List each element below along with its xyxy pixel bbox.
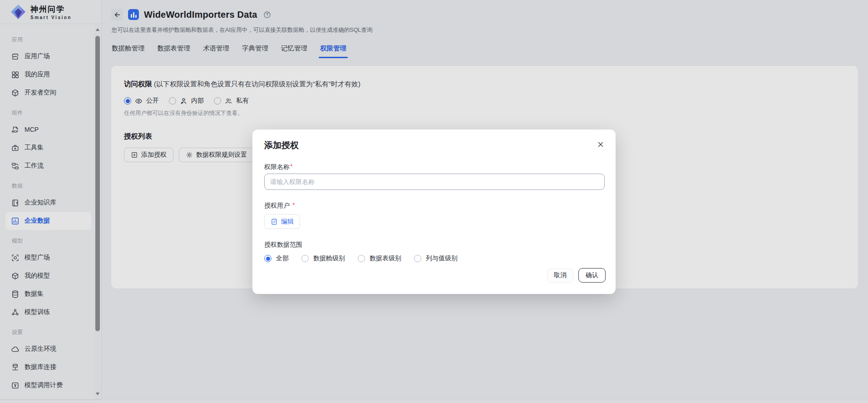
edit-document-icon <box>271 218 278 225</box>
edit-button-label: 编辑 <box>281 218 294 226</box>
modal-title: 添加授权 <box>264 139 604 151</box>
perm-name-label: 权限名称* <box>264 163 604 171</box>
close-button[interactable] <box>596 139 606 149</box>
close-icon <box>597 140 605 149</box>
radio-option-table-level[interactable]: 数据表级别 <box>358 254 401 263</box>
perm-name-input[interactable] <box>264 174 605 190</box>
scope-label: 授权数据范围 <box>264 241 604 249</box>
scope-radio-group: 全部 数据舱级别 数据表级别 列与值级别 <box>264 254 604 263</box>
grant-user-label: 授权用户* <box>264 202 604 210</box>
radio-table-level[interactable] <box>358 255 365 262</box>
radio-option-all[interactable]: 全部 <box>264 254 289 263</box>
radio-column-value-level[interactable] <box>414 255 421 262</box>
radio-option-column-value-level[interactable]: 列与值级别 <box>414 254 458 263</box>
radio-cabin-level[interactable] <box>301 255 309 262</box>
modal-footer: 取消 确认 <box>547 268 606 283</box>
required-asterisk: * <box>292 202 295 208</box>
radio-all[interactable] <box>264 255 271 262</box>
cancel-button[interactable]: 取消 <box>547 268 573 283</box>
radio-label: 列与值级别 <box>426 254 458 263</box>
radio-option-cabin-level[interactable]: 数据舱级别 <box>301 254 345 263</box>
add-grant-modal: 添加授权 权限名称* 授权用户* 编辑 授权数据范围 全部 数据舱级别 <box>252 129 616 294</box>
radio-label: 全部 <box>276 254 289 263</box>
radio-label: 数据舱级别 <box>313 254 345 263</box>
edit-grant-user-button[interactable]: 编辑 <box>264 214 300 229</box>
required-asterisk: * <box>290 163 292 169</box>
radio-label: 数据表级别 <box>370 254 401 263</box>
confirm-button[interactable]: 确认 <box>578 268 606 283</box>
